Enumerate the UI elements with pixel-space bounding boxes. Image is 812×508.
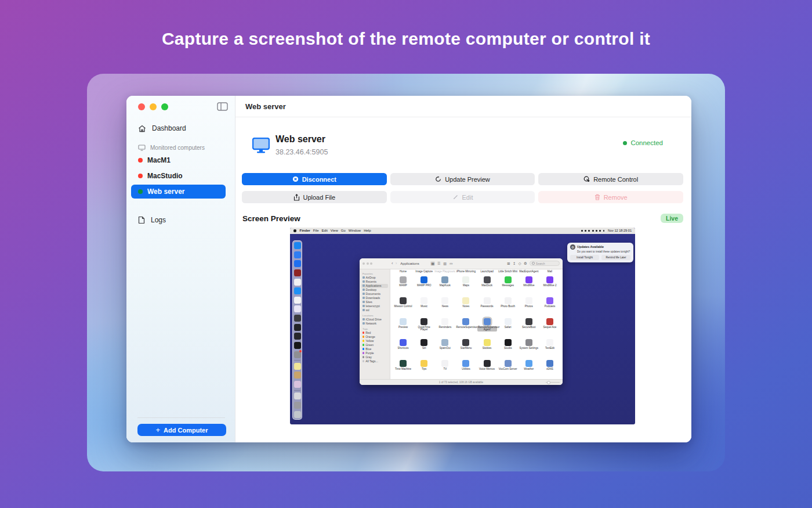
app-item: Messages	[498, 275, 519, 296]
sidebar-toggle-icon[interactable]	[216, 102, 228, 111]
app-icon	[462, 360, 469, 367]
app-item: Reminders	[434, 317, 455, 338]
forward-icon: ›	[396, 261, 397, 266]
app-icon	[484, 318, 491, 325]
icon-size-slider	[546, 382, 560, 383]
remote-menu-bar: FinderFileEditViewGoWindowHelp Nov 12 18…	[290, 228, 635, 234]
app-label: Preview	[398, 326, 408, 329]
notification-title: Updates Available	[577, 245, 604, 248]
finder-sidebar-item: ssl	[361, 308, 388, 312]
dock-icon	[294, 242, 301, 249]
install-tonight-button: Install Tonight	[570, 255, 599, 260]
app-label-row: HomeImage CaptureImage PlaygroundiPhone …	[393, 270, 560, 275]
folder-icon	[362, 284, 365, 287]
add-computer-button[interactable]: Add Computer	[137, 424, 226, 436]
zoom-button[interactable]	[161, 103, 168, 110]
app-item: Safari	[498, 317, 519, 338]
app-label: Reminders	[438, 326, 451, 329]
sidebar-item-computer[interactable]: MacM1	[131, 153, 226, 167]
app-label: Image Playground	[434, 270, 455, 275]
app-item: MapKook	[434, 275, 455, 296]
remote-menubar-status: Nov 12 18:29:01	[581, 229, 632, 232]
sidebar-item-computer[interactable]: Web server	[131, 185, 226, 199]
menubar-status-icon	[588, 230, 590, 232]
dock-icon	[294, 411, 301, 418]
tag-icon: ◇	[519, 261, 521, 265]
app-icon	[484, 297, 491, 304]
finder-tag-item: Purple	[361, 351, 388, 355]
app-icon	[420, 276, 427, 283]
gear-icon: ⚙	[570, 244, 575, 250]
app-item: Stickies	[477, 338, 498, 359]
app-item: RemoteSupervisor	[455, 317, 476, 338]
remote-dock	[292, 240, 302, 420]
app-label: Mission Control	[394, 305, 412, 308]
app-icon	[400, 360, 407, 367]
app-label: Shortcuts	[398, 347, 409, 350]
main-panel: Web server Web server 38.23.46.4:5905 Co…	[235, 96, 691, 442]
app-icon	[505, 318, 512, 325]
app-item: Preview	[393, 317, 414, 338]
trash-icon	[594, 194, 600, 200]
tag-dot-icon	[362, 360, 364, 362]
page-title: Capture a screenshot of the remote compu…	[0, 29, 812, 49]
column-view-icon: ▥	[443, 261, 448, 266]
sidebar-item-dashboard[interactable]: Dashboard	[138, 121, 186, 135]
tag-dot-icon	[362, 332, 364, 333]
app-item: Shortcuts	[393, 338, 414, 359]
locations-list: iCloud Drive Network	[361, 318, 388, 326]
finder-tag-item: Green	[361, 343, 388, 347]
action-gear-icon: ⚙	[524, 261, 527, 265]
app-label: Tips	[422, 368, 426, 371]
app-label: SecureBoot	[522, 326, 536, 329]
back-icon: ‹	[392, 261, 393, 266]
app-label: MAMP	[399, 284, 407, 287]
traffic-lights	[138, 103, 168, 110]
plus-icon	[156, 426, 161, 434]
app-icon	[546, 297, 553, 304]
action-row-2: Upload File Edit Remove	[242, 191, 683, 203]
app-icon	[505, 339, 512, 346]
app-icon	[505, 276, 512, 283]
app-label: Notes	[463, 305, 470, 308]
close-button[interactable]	[138, 103, 145, 110]
divider	[137, 417, 225, 418]
menubar-status-icon	[596, 230, 597, 232]
pencil-icon	[452, 194, 459, 200]
dock-icon	[294, 381, 301, 388]
finder-nav: ‹ ›	[392, 261, 397, 266]
tag-dot-icon	[362, 344, 364, 345]
location-icon	[362, 318, 365, 320]
app-label: Stocks	[504, 347, 512, 350]
home-icon	[138, 125, 146, 132]
app-label: Photo Booth	[501, 305, 515, 308]
app-icon	[400, 339, 407, 346]
app-item: SpamOut	[434, 338, 455, 359]
dock-icon	[294, 297, 301, 304]
dock-icon	[294, 260, 301, 267]
finder-tag-item: Gray	[361, 355, 388, 359]
app-icon	[441, 297, 448, 304]
disconnect-button[interactable]: Disconnect	[242, 173, 387, 185]
app-icon	[441, 276, 448, 283]
remote-control-button[interactable]: Remote Control	[538, 173, 683, 185]
update-preview-button[interactable]: Update Preview	[390, 173, 535, 185]
app-item: Siri	[414, 338, 434, 359]
folder-icon	[362, 305, 365, 307]
sidebar-item-computer[interactable]: MacStudio	[131, 169, 226, 183]
menubar-status-icon	[585, 230, 586, 232]
finder-sidebar-item: Downloads	[361, 296, 388, 300]
app-icon	[484, 360, 491, 367]
app-item: xDNS	[539, 359, 560, 379]
finder-traffic-lights	[362, 262, 372, 265]
upload-file-button[interactable]: Upload File	[242, 191, 387, 203]
app-item: TextEdit	[539, 338, 560, 359]
minimize-button[interactable]	[150, 103, 157, 110]
remote-menu-item: Window	[349, 229, 361, 232]
dock-icon	[294, 279, 301, 286]
remote-screen-preview[interactable]: FinderFileEditViewGoWindowHelp Nov 12 18…	[290, 228, 635, 424]
remove-button[interactable]: Remove	[538, 191, 683, 203]
section-label: Monitored computers	[150, 145, 205, 151]
edit-button[interactable]: Edit	[390, 191, 535, 203]
sidebar-item-logs[interactable]: Logs	[138, 213, 166, 227]
